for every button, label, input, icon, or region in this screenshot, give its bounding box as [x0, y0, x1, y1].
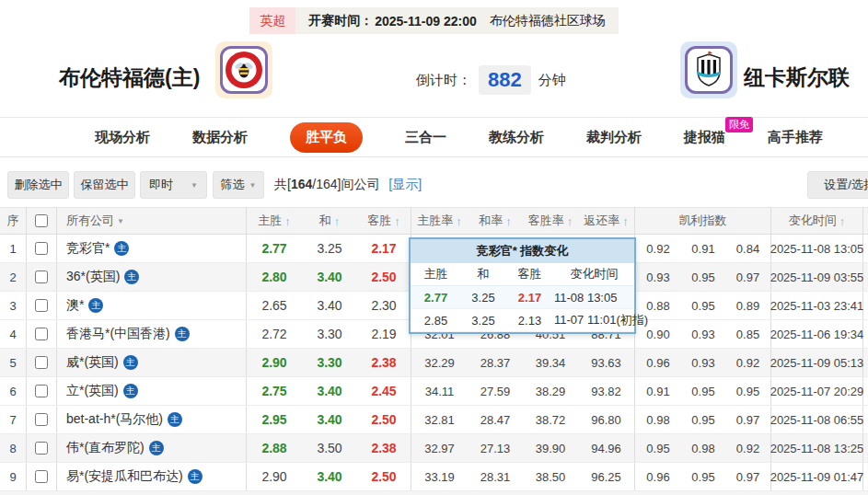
odds-cell[interactable]: 2.45 [357, 377, 411, 405]
odds-cell[interactable]: 2.80 [247, 263, 302, 291]
popup-odds-value: 3.25 [461, 286, 505, 308]
kelly-cell: 0.92 [635, 235, 681, 262]
odds-cell[interactable]: 3.30 [302, 349, 357, 376]
count-rest: /164]间公司 [312, 177, 379, 191]
company-name[interactable]: 澳* [66, 297, 84, 314]
odds-cell[interactable]: 2.72 [247, 320, 302, 348]
row-checkbox-cell [27, 463, 57, 490]
company-name[interactable]: 36*(英国) [66, 269, 120, 285]
kelly-cell: 0.95 [681, 463, 725, 490]
keep-selected-button[interactable]: 保留选中 [74, 171, 135, 199]
kickoff-time: 2025-11-09 22:00 [375, 14, 477, 29]
tab-4[interactable]: 教练分析 [489, 129, 544, 146]
company-name[interactable]: 立*(英国) [66, 383, 119, 399]
row-checkbox[interactable] [35, 271, 48, 283]
change-time: 2025-11-08 06:55 [771, 406, 863, 433]
row-checkbox[interactable] [35, 385, 48, 397]
company-name[interactable]: 伟*(直布罗陀) [66, 440, 145, 456]
odds-cell[interactable]: 2.50 [357, 463, 411, 490]
odds-cell[interactable]: 2.38 [357, 434, 411, 462]
header-away-rate[interactable]: 客胜率↑ [523, 208, 578, 234]
odds-cell[interactable]: 2.17 [357, 235, 411, 262]
row-checkbox[interactable] [35, 356, 48, 369]
odds-cell[interactable]: 2.50 [357, 263, 411, 291]
header-draw[interactable]: 和↑ [302, 208, 357, 234]
odds-cell[interactable]: 2.90 [247, 463, 302, 490]
header-company-label: 所有公司 [66, 213, 114, 229]
tab-1[interactable]: 数据分析 [192, 129, 248, 146]
row-index: 8 [0, 434, 27, 462]
header-home-win[interactable]: 主胜↑ [247, 208, 302, 234]
company-name[interactable]: 威*(英国) [66, 354, 119, 371]
odds-cell[interactable]: 2.30 [357, 292, 411, 319]
header-company[interactable]: 所有公司▼ [57, 208, 247, 234]
tab-3[interactable]: 三合一 [405, 129, 446, 146]
company-count: 共[164/164]间公司 [显示] [274, 177, 422, 193]
odds-cell[interactable]: 3.40 [302, 377, 357, 405]
odds-cell[interactable]: 2.19 [357, 320, 411, 348]
change-time: 2025-11-09 05:13 [771, 349, 863, 376]
select-all-checkbox[interactable] [35, 214, 48, 227]
sort-up-icon: ↑ [567, 214, 573, 228]
odds-cell[interactable]: 2.65 [247, 292, 302, 319]
kelly-cell: 0.95 [681, 377, 725, 405]
tab-2[interactable]: 胜平负 [290, 122, 363, 153]
row-checkbox-cell [27, 349, 57, 376]
row-checkbox[interactable] [35, 413, 48, 426]
home-team-icon: 主 [188, 469, 203, 484]
row-index: 7 [0, 406, 27, 433]
rate-cell: 27.59 [468, 377, 523, 405]
odds-cell[interactable]: 3.40 [302, 463, 357, 490]
row-checkbox[interactable] [35, 299, 48, 312]
filter-dropdown[interactable]: 筛选 ▼ [213, 171, 264, 199]
show-link[interactable]: [显示] [388, 177, 422, 191]
row-checkbox[interactable] [35, 242, 48, 255]
filler [863, 377, 868, 405]
tab-7[interactable]: 高手推荐 [768, 129, 823, 146]
rate-cell: 32.29 [411, 349, 468, 376]
header-return-rate[interactable]: 返还率↑ [578, 208, 635, 234]
odds-cell[interactable]: 3.40 [302, 292, 357, 319]
rate-cell: 38.72 [523, 406, 578, 433]
header-change-time[interactable]: 变化时间↑ [771, 208, 863, 234]
odds-cell[interactable]: 2.88 [247, 434, 302, 462]
company-name[interactable]: 竞彩官* [66, 240, 110, 257]
odds-cell[interactable]: 2.38 [357, 349, 411, 376]
sort-up-icon: ↑ [284, 214, 291, 228]
delete-selected-button[interactable]: 删除选中 [7, 171, 69, 199]
odds-cell[interactable]: 3.40 [302, 406, 357, 433]
row-checkbox[interactable] [35, 442, 48, 455]
company-name[interactable]: bet-at-h*(马尔他) [66, 411, 163, 428]
filler [863, 263, 868, 291]
odds-cell[interactable]: 2.95 [247, 406, 302, 433]
company-name[interactable]: 香港马*(中国香港) [66, 326, 170, 342]
odds-cell[interactable]: 3.25 [302, 235, 357, 262]
odds-cell[interactable]: 2.77 [247, 235, 302, 262]
company-cell: 威*(英国)主 [57, 349, 247, 376]
kelly-cell: 0.95 [681, 263, 725, 291]
odds-cell[interactable]: 2.90 [247, 349, 302, 376]
row-checkbox[interactable] [35, 328, 48, 340]
tab-0[interactable]: 现场分析 [95, 129, 150, 146]
header-home-rate[interactable]: 主胜率↑ [411, 208, 468, 234]
header-draw-rate[interactable]: 和率↑ [468, 208, 523, 234]
rate-cell: 93.82 [578, 377, 635, 405]
brentford-crest-icon [220, 46, 268, 94]
popup-change-time: 11-08 13:05 [554, 286, 634, 308]
odds-cell[interactable]: 3.50 [302, 434, 357, 462]
odds-cell[interactable]: 2.50 [357, 406, 411, 433]
rate-cell: 38.29 [523, 377, 578, 405]
tab-5[interactable]: 裁判分析 [586, 129, 642, 146]
odds-cell[interactable]: 2.75 [247, 377, 302, 405]
settings-select-button[interactable]: 设置/选择 [807, 171, 868, 199]
kelly-cell: 0.96 [635, 349, 681, 376]
odds-cell[interactable]: 3.40 [302, 263, 357, 291]
popup-odds-value: 2.77 [411, 286, 461, 308]
tab-6[interactable]: 捷报猫限免 [684, 129, 725, 146]
live-dropdown[interactable]: 即时 ▼ [140, 171, 207, 199]
header-away-win[interactable]: 客胜↑ [357, 208, 411, 234]
company-name[interactable]: 易*(安提瓜和巴布达) [66, 468, 183, 485]
row-checkbox[interactable] [35, 470, 48, 483]
filler [863, 292, 868, 319]
odds-cell[interactable]: 3.30 [302, 320, 357, 348]
